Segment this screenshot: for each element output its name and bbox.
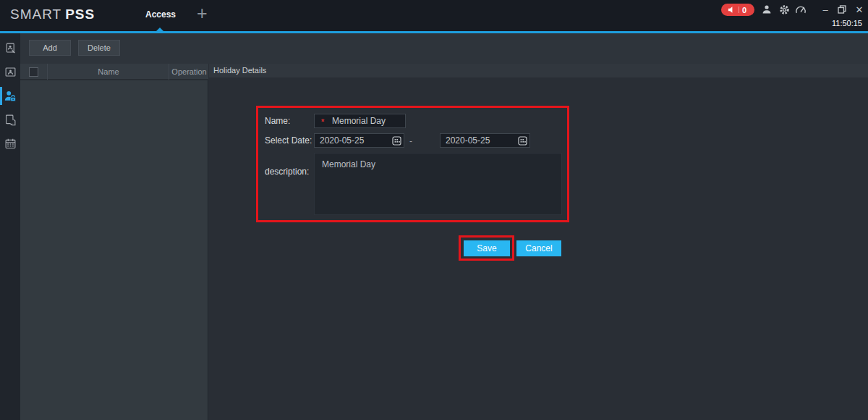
new-tab-button[interactable]: +	[197, 3, 208, 24]
console-log-icon	[4, 42, 17, 54]
title-bar: SMARTPSS Access + 0 –	[0, 0, 868, 31]
sidebar-item-holiday-calendar[interactable]	[0, 132, 20, 156]
delete-button[interactable]: Delete	[78, 40, 120, 56]
badge-divider	[739, 7, 739, 13]
start-date-input[interactable]	[315, 134, 404, 147]
restore-button[interactable]	[837, 4, 847, 14]
sidebar-item-user-card[interactable]	[0, 60, 20, 84]
holiday-table-header: Name Operation	[20, 64, 208, 80]
name-label: Name:	[265, 116, 290, 126]
module-sidebar	[0, 33, 20, 420]
description-label: description:	[265, 167, 309, 177]
column-header-operation: Operation	[170, 64, 208, 80]
start-date-field[interactable]	[314, 133, 404, 148]
app-logo: SMARTPSS	[10, 7, 95, 22]
save-button[interactable]: Save	[464, 240, 510, 256]
add-button[interactable]: Add	[29, 40, 71, 56]
performance-button[interactable]	[795, 4, 807, 15]
date-range-separator: -	[409, 136, 412, 146]
holiday-name-input[interactable]	[315, 114, 405, 127]
clock: 11:50:15	[832, 19, 862, 28]
id-card-icon	[4, 66, 17, 78]
minimize-button[interactable]: –	[820, 4, 830, 14]
select-date-label: Select Date:	[265, 135, 312, 146]
speaker-icon	[728, 6, 736, 14]
close-icon: ✕	[856, 5, 864, 14]
smart-pss-window: SMARTPSS Access + 0 –	[0, 0, 868, 420]
start-date-calendar-button[interactable]	[391, 135, 402, 146]
holiday-name-field[interactable]: *	[314, 114, 406, 128]
panel-title: Holiday Details	[209, 64, 868, 77]
cancel-button[interactable]: Cancel	[516, 240, 561, 256]
sidebar-item-console[interactable]	[0, 36, 20, 60]
holiday-toolbar: Add Delete	[20, 33, 868, 64]
app-logo-secondary: PSS	[65, 7, 95, 22]
minimize-icon: –	[822, 5, 827, 14]
active-tab-notch	[156, 28, 163, 31]
sidebar-item-access-permission[interactable]	[0, 84, 20, 108]
alarm-notification-badge[interactable]: 0	[721, 4, 754, 16]
user-icon	[762, 4, 772, 14]
end-date-field[interactable]	[440, 133, 530, 148]
tab-access[interactable]: Access	[142, 9, 179, 20]
gear-icon	[779, 4, 790, 15]
alarm-count: 0	[742, 6, 748, 14]
end-date-calendar-button[interactable]	[517, 135, 528, 146]
close-button[interactable]: ✕	[854, 4, 864, 14]
description-textarea[interactable]: Memorial Day	[314, 153, 562, 215]
gauge-icon	[795, 4, 807, 14]
active-indicator	[0, 87, 2, 105]
user-account-button[interactable]	[761, 4, 773, 15]
settings-button[interactable]	[778, 4, 790, 15]
select-all-checkbox[interactable]	[29, 67, 38, 77]
required-marker: *	[321, 117, 324, 126]
calendar-icon	[4, 138, 17, 150]
pages-icon	[4, 114, 17, 126]
restore-icon	[838, 5, 846, 14]
holiday-table-body	[20, 80, 208, 420]
end-date-input[interactable]	[441, 134, 529, 147]
person-lock-icon	[4, 90, 17, 103]
column-header-name: Name	[48, 64, 169, 80]
app-logo-primary: SMART	[10, 7, 61, 22]
select-all-cell	[20, 64, 48, 80]
sidebar-item-report[interactable]	[0, 108, 20, 132]
